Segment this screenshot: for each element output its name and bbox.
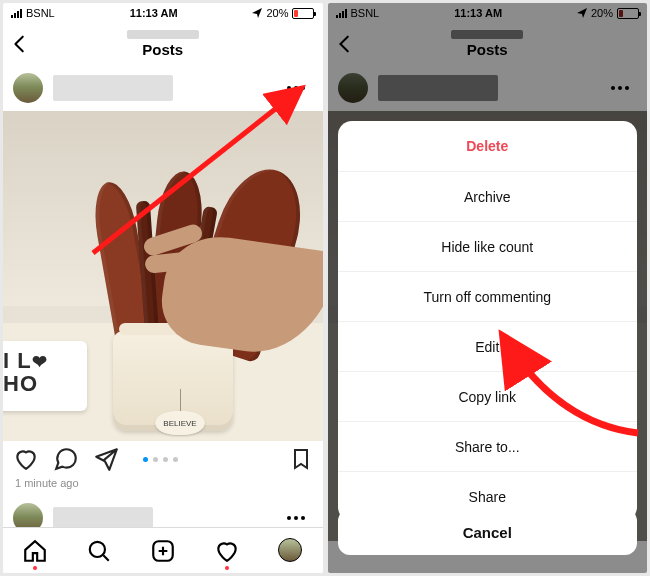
tab-activity[interactable]	[214, 538, 240, 564]
status-time: 11:13 AM	[130, 7, 178, 19]
sheet-hide-like-count[interactable]: Hide like count	[338, 221, 638, 271]
post-timestamp: 1 minute ago	[3, 477, 323, 489]
post-username-redacted[interactable]	[53, 75, 173, 101]
avatar[interactable]	[13, 73, 43, 103]
battery-icon	[292, 8, 314, 19]
status-bar: BSNL 11:13 AM 20%	[3, 3, 323, 23]
post-image[interactable]: BELIEVE I L❤ HO	[3, 111, 323, 441]
sheet-archive[interactable]: Archive	[338, 171, 638, 221]
sheet-share-to[interactable]: Share to...	[338, 421, 638, 471]
carrier-label: BSNL	[26, 7, 55, 19]
bookmark-icon[interactable]	[289, 447, 313, 471]
like-icon[interactable]	[13, 446, 39, 472]
more-options-button[interactable]	[279, 508, 313, 528]
carousel-indicator	[143, 457, 183, 462]
signal-icon	[11, 8, 22, 18]
svg-point-0	[90, 541, 105, 556]
sheet-edit[interactable]: Edit	[338, 321, 638, 371]
sheet-delete[interactable]: Delete	[338, 121, 638, 171]
location-icon	[252, 8, 262, 18]
sheet-turn-off-commenting[interactable]: Turn off commenting	[338, 271, 638, 321]
phone-right: BSNL 11:13 AM 20% Posts	[328, 3, 648, 573]
back-button[interactable]	[9, 33, 31, 55]
sheet-cancel[interactable]: Cancel	[338, 509, 638, 555]
battery-percent: 20%	[266, 7, 288, 19]
tab-new-post[interactable]	[150, 538, 176, 564]
post-header	[3, 65, 323, 111]
tab-search[interactable]	[86, 538, 112, 564]
tab-bar	[3, 527, 323, 573]
tab-home[interactable]	[22, 538, 48, 564]
action-sheet: Delete Archive Hide like count Turn off …	[338, 121, 638, 521]
page-title: Posts	[127, 41, 199, 58]
post-actions	[3, 441, 323, 477]
username-redacted	[127, 30, 199, 39]
jar-tag: BELIEVE	[155, 411, 205, 435]
nav-header: Posts	[3, 23, 323, 65]
share-icon[interactable]	[93, 446, 119, 472]
decor-card: I L❤ HO	[3, 341, 87, 411]
comment-icon[interactable]	[53, 446, 79, 472]
tab-profile[interactable]	[278, 538, 304, 564]
more-options-button[interactable]	[279, 78, 313, 98]
phone-left: BSNL 11:13 AM 20% Posts	[3, 3, 323, 573]
sheet-copy-link[interactable]: Copy link	[338, 371, 638, 421]
post-username-redacted[interactable]	[53, 507, 153, 529]
